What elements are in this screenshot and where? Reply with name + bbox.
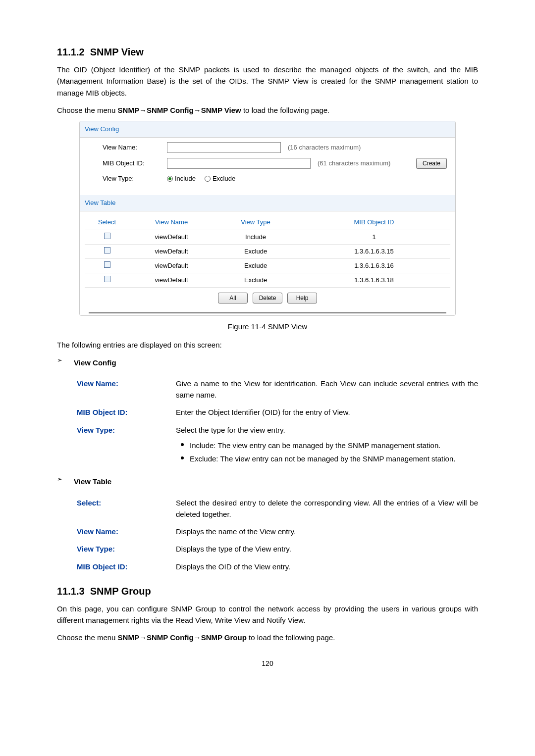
hint-mib: (61 characters maximum) [318, 158, 390, 168]
desc-view-type-2: Displays the type of the View entry. [176, 543, 478, 554]
checkbox-icon[interactable] [104, 247, 110, 253]
entries-intro: The following entries are displayed on t… [57, 339, 478, 351]
label-view-type: View Type: [103, 174, 162, 184]
view-table-title: View Table [80, 195, 455, 211]
section-heading-snmp-view: 11.1.2 SNMP View [57, 45, 478, 60]
label-mib-object-id: MIB Object ID: [103, 158, 162, 168]
desc-mib-object-id-2: Displays the OID of the View entry. [176, 561, 478, 572]
input-view-name[interactable] [167, 142, 281, 153]
term-mib-object-id-2: MIB Object ID: [77, 561, 176, 572]
checkbox-icon[interactable] [104, 261, 110, 268]
desc-mib-object-id: Enter the Object Identifier (OID) for th… [176, 406, 478, 418]
table-row: viewDefault Include 1 [85, 230, 450, 244]
radio-dot-icon [205, 176, 211, 182]
term-view-name: View Name: [77, 378, 176, 389]
divider [89, 312, 446, 313]
figure-caption: Figure 11-4 SNMP View [57, 321, 478, 332]
snmp-view-menu-path: Choose the menu SNMP→SNMP Config→SNMP Vi… [57, 104, 478, 116]
table-row: viewDefault Exclude 1.3.6.1.6.3.18 [85, 273, 450, 287]
input-mib-object-id[interactable] [167, 158, 311, 169]
table-row: viewDefault Exclude 1.3.6.1.6.3.16 [85, 258, 450, 273]
subhead-view-config: ➢ View Config [57, 354, 478, 372]
snmp-group-intro: On this page, you can configure SNMP Gro… [57, 603, 478, 626]
help-button[interactable]: Help [287, 293, 317, 303]
desc-view-type: Select the type for the view entry. Incl… [176, 424, 478, 467]
label-view-name: View Name: [103, 143, 162, 152]
table-row: viewDefault Exclude 1.3.6.1.6.3.15 [85, 244, 450, 258]
page-number: 120 [57, 658, 478, 669]
radio-dot-icon [167, 176, 173, 182]
snmp-group-menu-path: Choose the menu SNMP→SNMP Config→SNMP Gr… [57, 632, 478, 643]
all-button[interactable]: All [218, 293, 248, 303]
arrow-icon: ➢ [57, 475, 62, 483]
desc-view-name: Give a name to the View for identificati… [176, 378, 478, 401]
desc-view-name-2: Displays the name of the View entry. [176, 526, 478, 537]
term-mib-object-id: MIB Object ID: [77, 406, 176, 418]
radio-include[interactable]: Include [167, 174, 196, 184]
term-view-type: View Type: [77, 424, 176, 436]
term-select: Select: [77, 497, 176, 508]
radio-exclude[interactable]: Exclude [205, 174, 235, 184]
checkbox-icon[interactable] [104, 276, 110, 282]
col-select: Select [85, 215, 129, 230]
term-view-type-2: View Type: [77, 543, 176, 554]
section-heading-snmp-group: 11.1.3 SNMP Group [57, 584, 478, 599]
arrow-icon: ➢ [57, 356, 62, 364]
snmp-view-intro: The OID (Object Identifier) of the SNMP … [57, 64, 478, 99]
col-view-name: View Name [129, 215, 214, 230]
checkbox-icon[interactable] [104, 233, 110, 239]
snmp-view-panel: View Config View Name: (16 characters ma… [79, 121, 456, 316]
view-config-title: View Config [80, 121, 455, 138]
subhead-view-table: ➢ View Table [57, 473, 478, 491]
view-table: Select View Name View Type MIB Object ID… [85, 215, 450, 288]
bullet-icon [181, 443, 184, 446]
col-mib-object-id: MIB Object ID [298, 215, 450, 230]
desc-select: Select the desired entry to delete the c… [176, 497, 478, 520]
delete-button[interactable]: Delete [253, 293, 283, 303]
term-view-name-2: View Name: [77, 526, 176, 537]
col-view-type: View Type [214, 215, 298, 230]
bullet-icon [181, 456, 184, 459]
hint-view-name: (16 characters maximum) [288, 143, 361, 152]
create-button[interactable]: Create [416, 158, 447, 169]
